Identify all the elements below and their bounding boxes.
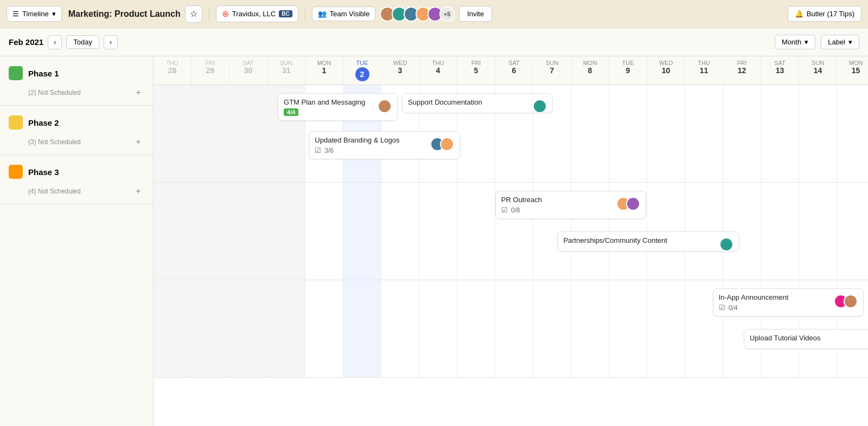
phase-3-unscheduled-text: (4) Not Scheduled [28,188,81,195]
task-card-gtm[interactable]: GTM Plan and Messaging4/4 [278,93,398,121]
task-avatars-pr-outreach [616,197,640,211]
day-cell-phase2-2 [229,183,267,280]
day-cell-phase3-12 [609,280,647,377]
month-label: Month [782,38,801,46]
day-dow-9: SAT [496,60,532,66]
day-cell-phase3-2 [229,280,267,377]
phase-3-header: Phase 3 [0,155,153,183]
task-avatars-support-doc [533,99,547,113]
team-button[interactable]: 👥 Team Visible [312,7,375,21]
day-cell-phase1-12 [609,85,647,182]
day-num-15: 12 [724,66,760,75]
day-header-31: SUN31 [267,56,305,85]
day-dow-0: THU [155,60,190,66]
task-card-branding[interactable]: Updated Branding & Logos☑3/6 [309,131,459,159]
day-headers: THU28FRI29SAT30SUN31MON1TUE2WED3THU4FRI5… [154,56,868,85]
task-count-in-app: 0/4 [729,304,738,312]
day-num-17: 14 [800,66,835,75]
day-header-3: WED3 [381,56,419,85]
day-dow-7: THU [420,60,456,66]
prev-month-button[interactable]: ‹ [48,35,62,49]
day-dow-15: FRI [724,60,760,66]
check-icon-in-app: ☑ [719,304,725,312]
day-dow-18: MON [838,60,868,66]
day-num-2: 30 [231,66,266,75]
day-dow-3: SUN [269,60,304,66]
phase-1-color [9,66,23,80]
phase-3-name: Phase 3 [28,167,59,177]
workspace-button[interactable]: ⊗ Travidux, LLC BC [216,5,298,22]
day-header-28: THU28 [154,56,192,85]
day-header-2: TUE2 [343,56,381,85]
star-button[interactable]: ☆ [185,5,202,23]
task-card-support-doc[interactable]: Support Documentation [402,93,553,113]
phase-3-add-button[interactable]: + [132,185,144,197]
month-chevron-icon: ▾ [805,38,808,46]
task-card-in-app[interactable]: In-App Announcement☑0/4 [713,288,864,317]
day-dow-14: THU [686,60,722,66]
day-num-0: 28 [155,66,190,75]
day-cell-phase1-11 [571,85,609,182]
task-avatars-branding [430,137,454,151]
day-cell-phase2-5 [343,183,381,280]
workspace-badge: BC [279,10,292,17]
task-count-branding: 3/6 [324,147,334,154]
day-dow-5: TUE [344,60,380,66]
task-avatars-in-app [834,294,858,308]
day-num-1: 29 [193,66,228,75]
month-dropdown[interactable]: Month ▾ [775,35,815,49]
day-cell-phase3-6 [381,280,419,377]
day-cell-phase2-18 [837,183,868,280]
project-title: Marketing: Product Launch [68,9,181,19]
day-cell-phase2-4 [305,183,343,280]
divider-1 [209,7,209,22]
day-cell-phase2-16 [761,183,799,280]
day-cell-phase1-15 [723,85,761,182]
task-card-pr-outreach[interactable]: PR Outreach☑0/8 [495,191,646,219]
day-cell-phase3-0 [154,280,192,377]
task-avatar-gtm-0 [378,99,392,113]
day-num-7: 4 [420,66,456,75]
day-cell-phase3-13 [647,280,685,377]
day-header-4: THU4 [419,56,457,85]
phase-1-add-button[interactable]: + [132,87,144,99]
main-area: Phase 1 (2) Not Scheduled + Phase 2 (3) … [0,56,868,426]
day-header-14: SUN14 [799,56,837,85]
date-nav: Feb 2021 ‹ Today › [9,35,118,49]
day-num-14: 11 [686,66,722,75]
day-header-8: MON8 [571,56,609,85]
divider-2 [305,7,305,22]
task-avatars-gtm [378,99,392,113]
day-cell-phase1-18 [837,85,868,182]
phase-2-add-button[interactable]: + [132,136,144,148]
timeline-icon: ☰ [12,10,19,18]
day-cell-phase1-14 [685,85,723,182]
task-avatar-pr-outreach-1 [626,197,640,211]
sidebar: Phase 1 (2) Not Scheduled + Phase 2 (3) … [0,56,154,426]
day-num-11: 8 [572,66,608,75]
invite-button[interactable]: Invite [459,6,492,22]
phase-row-phase3: In-App Announcement☑0/4Upload Tutorial V… [154,280,868,378]
task-avatars-partnerships [719,237,733,251]
day-num-9: 6 [496,66,532,75]
today-button[interactable]: Today [66,35,99,49]
task-card-upload-tutorials[interactable]: Upload Tutorial Videos [744,329,868,349]
day-dow-12: TUE [610,60,646,66]
day-cell-phase1-2 [229,85,267,182]
day-dow-16: SAT [762,60,797,66]
day-dow-10: SUN [534,60,570,66]
check-icon-branding: ☑ [315,146,321,154]
next-month-button[interactable]: › [104,35,118,49]
task-card-partnerships[interactable]: Partnerships/Community Content [557,231,739,251]
timeline-button[interactable]: ☰ Timeline ▾ [7,6,62,22]
phase-3-color [9,165,23,179]
day-num-8: 5 [458,66,494,75]
day-dow-2: SAT [231,60,266,66]
day-cell-phase3-3 [267,280,305,377]
day-header-12: FRI12 [723,56,761,85]
day-cell-phase3-7 [419,280,457,377]
day-dow-17: SUN [800,60,835,66]
label-dropdown[interactable]: Label ▾ [821,35,859,49]
butler-button[interactable]: 🔔 Butler (17 Tips) [788,6,861,22]
day-cell-phase3-1 [192,280,229,377]
